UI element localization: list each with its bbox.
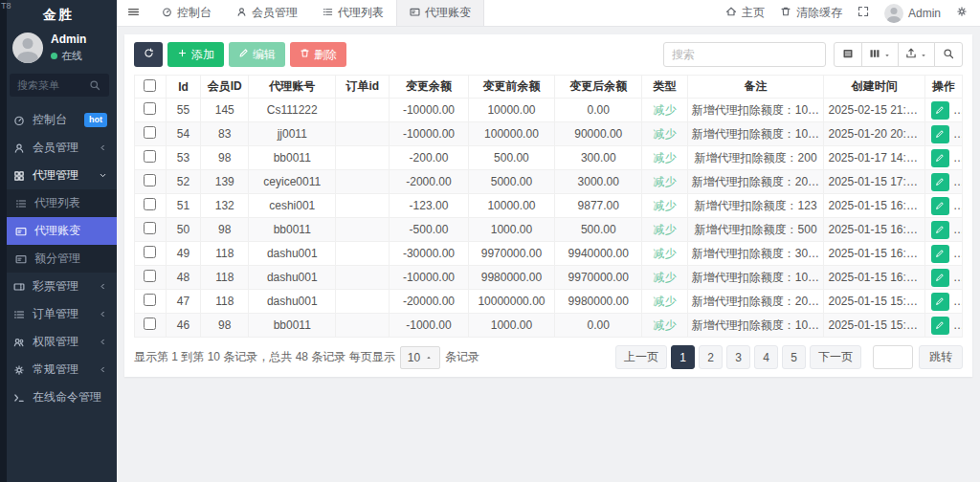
- pagination: 上一页12345下一页: [612, 345, 861, 369]
- row-checkbox[interactable]: [144, 318, 156, 330]
- row-checkbox[interactable]: [144, 174, 156, 186]
- jump-button[interactable]: 跳转: [919, 345, 963, 369]
- pagination-info-suffix: 条记录: [445, 349, 479, 365]
- tab-会员管理[interactable]: 会员管理: [224, 0, 310, 26]
- sidebar-toggle-button[interactable]: [117, 0, 149, 26]
- cell-change-amount: -10000.00: [390, 99, 468, 122]
- tab-控制台[interactable]: 控制台: [149, 0, 224, 26]
- row-checkbox[interactable]: [144, 198, 156, 210]
- cell-id: 49: [166, 242, 200, 266]
- toggle-view-button[interactable]: [834, 42, 862, 67]
- row-edit-button[interactable]: [931, 221, 949, 239]
- sidebar-item-常规管理[interactable]: 常规管理: [0, 356, 117, 383]
- add-button[interactable]: 添加: [167, 42, 224, 67]
- sidebar-item-代理管理[interactable]: 代理管理: [0, 162, 117, 189]
- pagination-info: 显示第 1 到第 10 条记录，总共 48 条记录 每页显示 10 条记录: [134, 346, 479, 369]
- column-header-创建时间: 创建时间: [824, 76, 925, 99]
- delete-button[interactable]: 删除: [290, 42, 346, 67]
- row-checkbox[interactable]: [144, 222, 156, 234]
- type-badge: 减少: [653, 223, 676, 236]
- list-icon: [14, 198, 28, 209]
- row-edit-button[interactable]: [931, 149, 949, 167]
- tab-代理账变[interactable]: 代理账变: [396, 0, 484, 26]
- row-checkbox[interactable]: [144, 126, 156, 139]
- cell-id: 51: [166, 194, 200, 218]
- row-edit-button[interactable]: [931, 125, 949, 143]
- caret-down-icon: [883, 48, 891, 62]
- sidebar-item-彩票管理[interactable]: 彩票管理: [0, 273, 117, 300]
- sidebar-item-控制台[interactable]: 控制台hot: [0, 106, 117, 134]
- table-row: 5398bb0011-200.00500.00300.00减少新增代理扣除额度：…: [135, 146, 963, 170]
- cell-agent-account: ceyice0011: [249, 170, 336, 194]
- row-checkbox[interactable]: [144, 294, 156, 306]
- row-edit-button[interactable]: [931, 173, 949, 191]
- sidebar-item-订单管理[interactable]: 订单管理: [0, 300, 117, 328]
- cell-actions: [924, 99, 962, 122]
- sidebar-item-在线命令管理[interactable]: 在线命令管理: [0, 383, 117, 411]
- export-icon: [905, 48, 917, 62]
- pencil-icon: [935, 199, 945, 213]
- submenu-item-代理账变[interactable]: 代理账变: [0, 217, 117, 245]
- select-all-header: [135, 76, 167, 99]
- page-button-3[interactable]: 3: [726, 345, 750, 369]
- row-edit-button[interactable]: [931, 245, 949, 263]
- hamburger-icon: [127, 6, 140, 21]
- settings-button[interactable]: [956, 6, 968, 20]
- cell-order-id: [336, 194, 390, 218]
- chevron-down-icon: [99, 169, 107, 183]
- search-toggle-button[interactable]: [934, 42, 963, 67]
- page-button-2[interactable]: 2: [699, 345, 723, 369]
- sidebar-item-权限管理[interactable]: 权限管理: [0, 328, 117, 356]
- columns-icon: [869, 48, 880, 62]
- edit-button[interactable]: 编辑: [229, 42, 285, 67]
- sidebar-item-会员管理[interactable]: 会员管理: [0, 134, 117, 162]
- submenu: 代理列表代理账变额分管理: [0, 189, 117, 273]
- page-button-4[interactable]: 4: [754, 345, 778, 369]
- row-edit-button[interactable]: [931, 101, 949, 120]
- columns-button[interactable]: [861, 42, 899, 67]
- submenu-item-额分管理[interactable]: 额分管理: [0, 245, 117, 273]
- fullscreen-button[interactable]: [858, 6, 869, 20]
- cell-type: 减少: [642, 122, 688, 146]
- prev-page-button[interactable]: 上一页: [615, 345, 667, 369]
- next-page-button[interactable]: 下一页: [810, 345, 861, 369]
- refresh-button[interactable]: [134, 42, 163, 67]
- row-checkbox[interactable]: [144, 246, 156, 258]
- export-button[interactable]: [898, 42, 935, 67]
- tab-代理列表[interactable]: 代理列表: [310, 0, 396, 26]
- table-search-input[interactable]: [663, 42, 826, 67]
- cell-member-id: 98: [201, 218, 249, 242]
- sidebar-search-input[interactable]: [17, 79, 88, 91]
- cell-select: [135, 242, 167, 266]
- cell-remark: 新增代理扣除额度：30000: [687, 242, 824, 266]
- users-icon: [12, 337, 26, 348]
- row-edit-button[interactable]: [931, 293, 949, 311]
- home-link[interactable]: 主页: [725, 5, 765, 21]
- row-checkbox[interactable]: [144, 150, 156, 163]
- cell-remark: 新增代理扣除额度：20000: [687, 290, 824, 314]
- home-icon: [725, 6, 737, 20]
- select-all-checkbox[interactable]: [144, 79, 156, 92]
- type-badge: 减少: [653, 151, 676, 164]
- cell-order-id: [336, 146, 390, 170]
- cell-id: 47: [166, 290, 200, 314]
- user-menu[interactable]: Admin: [884, 4, 941, 23]
- page-button-1[interactable]: 1: [671, 345, 695, 369]
- page-size-dropdown[interactable]: 10: [400, 346, 440, 369]
- row-checkbox[interactable]: [144, 102, 156, 115]
- cell-before-amount: 500.00: [468, 146, 555, 170]
- row-edit-button[interactable]: [931, 197, 949, 215]
- page-button-5[interactable]: 5: [782, 345, 806, 369]
- sidebar: T8 金胜 Admin 在线 控制台hot会员管理代理管理代理列表代理账变额分管…: [0, 0, 117, 482]
- clear-cache-link[interactable]: 清除缓存: [780, 5, 842, 21]
- jump-page-input[interactable]: [873, 345, 913, 369]
- sidebar-item-label: 彩票管理: [33, 278, 92, 295]
- submenu-item-代理列表[interactable]: 代理列表: [0, 189, 117, 217]
- cell-id: 48: [166, 266, 200, 290]
- row-checkbox[interactable]: [144, 270, 156, 282]
- avatar: [884, 4, 903, 23]
- row-edit-button[interactable]: [931, 269, 949, 287]
- cell-remark: 新增代理扣除额度：10000: [687, 266, 824, 290]
- tab-label: 代理列表: [338, 5, 384, 21]
- row-edit-button[interactable]: [931, 317, 949, 335]
